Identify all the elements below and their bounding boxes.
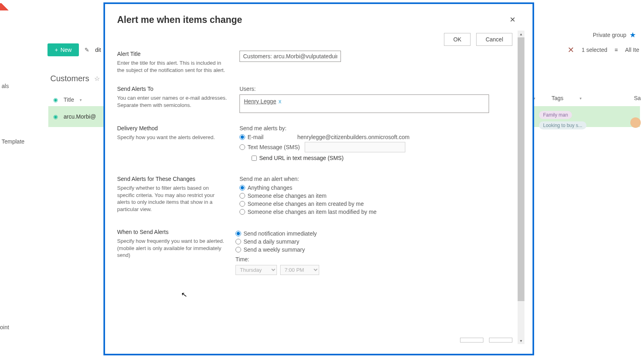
radio-email[interactable]: [239, 134, 245, 140]
col-title[interactable]: Title: [64, 96, 74, 103]
time-label: Time:: [235, 256, 524, 263]
radio-anything[interactable]: [239, 185, 245, 191]
email-value: henrylegge@citizenbuilders.onmicrosoft.c…: [297, 134, 410, 140]
radio-daily[interactable]: [235, 239, 241, 244]
radio-someone[interactable]: [239, 193, 245, 199]
col-sa[interactable]: Sa: [634, 95, 641, 101]
edit-icon[interactable]: ✎: [85, 47, 89, 53]
scrollbar[interactable]: ▴ ▾: [518, 31, 524, 344]
view-menu-icon[interactable]: ≡: [615, 47, 618, 53]
favorite-icon[interactable]: ☆: [94, 75, 100, 82]
changes-heading: Send me an alert when:: [239, 176, 524, 182]
list-title: Customers: [50, 74, 89, 83]
remove-user-icon[interactable]: x: [279, 98, 281, 105]
edit-label-partial: dit: [95, 47, 101, 53]
list-title-row: Customers ☆: [50, 74, 100, 83]
radio-weekly[interactable]: [235, 247, 241, 252]
delivery-desc: Specify how you want the alerts delivere…: [117, 134, 227, 141]
email-label: E-mail: [248, 134, 264, 140]
radio-created-me[interactable]: [239, 201, 245, 207]
dialog-actions-bottom: [460, 338, 512, 343]
alert-title-input[interactable]: [239, 51, 341, 62]
opt-someone: Someone else changes an item: [248, 193, 326, 199]
send-to-desc: You can enter user names or e-mail addre…: [117, 94, 227, 109]
alert-title-desc: Enter the title for this alert. This is …: [117, 59, 227, 74]
nav-item-template[interactable]: Template: [0, 136, 26, 147]
time-select[interactable]: 7:00 PM: [280, 265, 319, 275]
app-logo: [0, 3, 14, 10]
scroll-up-icon[interactable]: ▴: [518, 31, 524, 37]
section-when: When to Send Alerts Specify how frequent…: [117, 229, 524, 275]
section-delivery: Delivery Method Specify how you want the…: [117, 125, 524, 161]
radio-immediate[interactable]: [235, 231, 241, 236]
changes-desc: Specify whether to filter alerts based o…: [117, 185, 227, 213]
delivery-heading: Send me alerts by:: [239, 125, 524, 131]
chevron-down-icon[interactable]: ▾: [80, 98, 82, 102]
when-desc: Specify how frequently you want to be al…: [117, 238, 227, 259]
cancel-button[interactable]: Cancel: [476, 33, 512, 46]
star-icon[interactable]: ★: [630, 31, 636, 39]
private-group-label: Private group: [593, 32, 626, 38]
section-alert-title: Alert Title Enter the title for this ale…: [117, 51, 524, 74]
plus-icon: +: [55, 47, 58, 53]
check-send-url[interactable]: [252, 156, 257, 161]
tag-looking: Looking to buy s...: [539, 121, 586, 129]
alert-dialog: Alert me when items change ✕ OK Cancel A…: [103, 2, 534, 355]
nav-item-als[interactable]: als: [0, 80, 26, 92]
send-to-label: Send Alerts To: [117, 86, 227, 92]
scroll-down-icon[interactable]: ▾: [518, 337, 524, 344]
scrollbar-thumb[interactable]: [518, 37, 524, 301]
section-send-to: Send Alerts To You can enter user names …: [117, 86, 524, 113]
when-label: When to Send Alerts: [117, 229, 227, 235]
users-input[interactable]: Henry Legge x: [239, 94, 489, 113]
dialog-actions-top: OK Cancel: [444, 33, 512, 46]
chevron-down-icon[interactable]: ▾: [580, 96, 582, 101]
send-url-label: Send URL in text message (SMS): [259, 155, 344, 161]
row-check-icon[interactable]: ◉: [53, 113, 58, 120]
radio-modified-me[interactable]: [239, 209, 245, 215]
users-label: Users:: [239, 86, 524, 92]
alert-title-label: Alert Title: [117, 51, 227, 57]
section-changes: Send Alerts for These Changes Specify wh…: [117, 176, 524, 217]
scrollbar-track[interactable]: [518, 37, 524, 337]
day-select[interactable]: Thursday: [235, 265, 277, 275]
opt-modified-me: Someone else changes an item last modifi…: [248, 209, 377, 215]
close-icon[interactable]: ✕: [506, 14, 519, 26]
left-nav: als Template: [0, 80, 26, 147]
view-label[interactable]: All Ite: [625, 47, 639, 53]
row-title: arcu.Morbi@: [64, 113, 96, 120]
opt-anything: Anything changes: [248, 185, 292, 191]
ok-button[interactable]: OK: [444, 33, 471, 46]
header-right: Private group ★: [593, 31, 636, 39]
opt-immediate: Send notification immediately: [244, 230, 317, 237]
select-all-icon[interactable]: ◉: [53, 96, 58, 103]
opt-created-me: Someone else changes an item created by …: [248, 201, 364, 207]
deselect-icon[interactable]: ✕: [568, 45, 574, 55]
toolbar-right: ✕ 1 selected ≡ All Ite: [568, 45, 639, 55]
sms-input[interactable]: [305, 142, 405, 152]
selected-count: 1 selected: [582, 47, 607, 53]
opt-weekly: Send a weekly summary: [244, 246, 305, 253]
sms-label: Text Message (SMS): [248, 144, 300, 150]
new-button[interactable]: + New: [47, 43, 79, 56]
dialog-title: Alert me when items change: [117, 14, 242, 25]
new-button-label: New: [60, 47, 72, 53]
changes-label: Send Alerts for These Changes: [117, 176, 227, 182]
tag-family: Family man: [539, 111, 572, 119]
avatar: [630, 117, 641, 128]
col-tags[interactable]: Tags: [551, 95, 564, 101]
opt-daily: Send a daily summary: [244, 238, 299, 245]
ok-button-bottom[interactable]: [460, 338, 483, 343]
user-chip[interactable]: Henry Legge: [244, 98, 276, 105]
delivery-label: Delivery Method: [117, 125, 227, 131]
cancel-button-bottom[interactable]: [489, 338, 512, 343]
radio-sms[interactable]: [239, 144, 245, 150]
bottom-label: oint: [0, 324, 9, 330]
